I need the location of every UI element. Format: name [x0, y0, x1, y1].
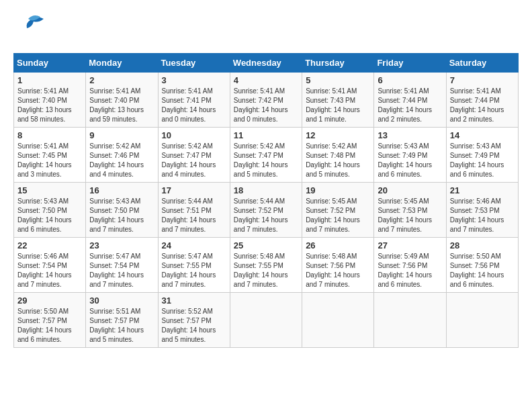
daylight-label: Daylight: 14 hours and 7 minutes. [378, 216, 432, 233]
daylight-label: Daylight: 14 hours and 7 minutes. [234, 216, 288, 233]
sunrise-label: Sunrise: 5:46 AM [450, 197, 501, 205]
daylight-label: Daylight: 14 hours and 5 minutes. [162, 326, 216, 343]
day-number: 28 [450, 240, 515, 250]
day-info: Sunrise: 5:43 AM Sunset: 7:49 PM Dayligh… [378, 142, 442, 179]
weekday-header-saturday: Saturday [446, 54, 518, 73]
sunset-label: Sunset: 7:50 PM [17, 207, 67, 214]
day-info: Sunrise: 5:42 AM Sunset: 7:48 PM Dayligh… [306, 142, 370, 179]
sunset-label: Sunset: 7:40 PM [17, 97, 67, 104]
sunrise-label: Sunrise: 5:41 AM [17, 142, 69, 150]
sunrise-label: Sunrise: 5:43 AM [89, 197, 140, 205]
day-number: 3 [162, 75, 226, 85]
day-number: 19 [306, 185, 370, 195]
sunset-label: Sunset: 7:56 PM [378, 262, 427, 269]
sunset-label: Sunset: 7:53 PM [450, 207, 500, 214]
day-number: 25 [234, 240, 298, 250]
sunrise-label: Sunrise: 5:48 AM [306, 253, 357, 260]
day-info: Sunrise: 5:50 AM Sunset: 7:56 PM Dayligh… [450, 252, 515, 289]
sunrise-label: Sunrise: 5:47 AM [162, 253, 213, 260]
daylight-label: Daylight: 14 hours and 7 minutes. [450, 216, 504, 233]
daylight-label: Daylight: 14 hours and 2 minutes. [378, 106, 432, 123]
calendar-cell: 20 Sunrise: 5:45 AM Sunset: 7:53 PM Dayl… [374, 183, 446, 238]
calendar-cell: 16 Sunrise: 5:43 AM Sunset: 7:50 PM Dayl… [86, 183, 158, 238]
daylight-label: Daylight: 14 hours and 7 minutes. [89, 216, 144, 233]
day-number: 12 [306, 130, 370, 140]
sunset-label: Sunset: 7:47 PM [234, 152, 283, 159]
sunset-label: Sunset: 7:48 PM [306, 152, 355, 159]
sunrise-label: Sunrise: 5:43 AM [450, 142, 501, 150]
calendar-cell: 30 Sunrise: 5:51 AM Sunset: 7:57 PM Dayl… [86, 293, 158, 348]
sunset-label: Sunset: 7:44 PM [378, 97, 427, 104]
calendar-cell: 9 Sunrise: 5:42 AM Sunset: 7:46 PM Dayli… [86, 128, 158, 183]
sunrise-label: Sunrise: 5:41 AM [89, 87, 140, 95]
sunrise-label: Sunrise: 5:41 AM [450, 87, 501, 95]
sunset-label: Sunset: 7:42 PM [234, 97, 283, 104]
daylight-label: Daylight: 14 hours and 5 minutes. [306, 161, 360, 178]
weekday-header-sunday: Sunday [14, 54, 86, 73]
calendar-cell: 27 Sunrise: 5:49 AM Sunset: 7:56 PM Dayl… [374, 238, 446, 293]
daylight-label: Daylight: 14 hours and 4 minutes. [162, 161, 216, 178]
calendar-week-row: 15 Sunrise: 5:43 AM Sunset: 7:50 PM Dayl… [14, 183, 519, 238]
day-number: 16 [89, 185, 154, 195]
day-number: 7 [450, 75, 515, 85]
calendar-cell: 2 Sunrise: 5:41 AM Sunset: 7:40 PM Dayli… [86, 73, 158, 128]
daylight-label: Daylight: 14 hours and 6 minutes. [17, 216, 72, 233]
day-number: 31 [162, 295, 226, 306]
day-number: 21 [450, 185, 515, 195]
sunset-label: Sunset: 7:57 PM [89, 317, 139, 324]
calendar-cell: 14 Sunrise: 5:43 AM Sunset: 7:49 PM Dayl… [446, 128, 518, 183]
day-info: Sunrise: 5:42 AM Sunset: 7:47 PM Dayligh… [162, 142, 226, 179]
calendar-cell: 13 Sunrise: 5:43 AM Sunset: 7:49 PM Dayl… [374, 128, 446, 183]
day-info: Sunrise: 5:51 AM Sunset: 7:57 PM Dayligh… [89, 307, 154, 345]
day-number: 15 [17, 185, 82, 195]
day-number: 4 [234, 75, 298, 85]
sunset-label: Sunset: 7:56 PM [306, 262, 355, 269]
calendar-cell: 12 Sunrise: 5:42 AM Sunset: 7:48 PM Dayl… [302, 128, 374, 183]
daylight-label: Daylight: 13 hours and 59 minutes. [89, 106, 144, 123]
daylight-label: Daylight: 14 hours and 7 minutes. [162, 271, 216, 288]
day-info: Sunrise: 5:44 AM Sunset: 7:52 PM Dayligh… [234, 197, 298, 234]
sunrise-label: Sunrise: 5:46 AM [17, 253, 69, 260]
day-info: Sunrise: 5:45 AM Sunset: 7:52 PM Dayligh… [306, 197, 370, 234]
sunset-label: Sunset: 7:50 PM [89, 207, 139, 214]
day-number: 10 [162, 130, 226, 140]
logo-icon [13, 13, 47, 46]
calendar-week-row: 8 Sunrise: 5:41 AM Sunset: 7:45 PM Dayli… [14, 128, 519, 183]
sunset-label: Sunset: 7:45 PM [17, 152, 67, 159]
day-number: 27 [378, 240, 442, 250]
calendar-cell: 18 Sunrise: 5:44 AM Sunset: 7:52 PM Dayl… [230, 183, 302, 238]
day-number: 8 [17, 130, 82, 140]
day-info: Sunrise: 5:48 AM Sunset: 7:56 PM Dayligh… [306, 252, 370, 289]
sunrise-label: Sunrise: 5:47 AM [89, 253, 140, 260]
sunrise-label: Sunrise: 5:44 AM [162, 197, 213, 205]
daylight-label: Daylight: 14 hours and 7 minutes. [306, 216, 360, 233]
day-number: 6 [378, 75, 442, 85]
sunrise-label: Sunrise: 5:51 AM [89, 308, 140, 315]
sunrise-label: Sunrise: 5:45 AM [378, 197, 429, 205]
day-number: 17 [162, 185, 226, 195]
day-info: Sunrise: 5:41 AM Sunset: 7:44 PM Dayligh… [450, 87, 515, 124]
calendar-cell: 29 Sunrise: 5:50 AM Sunset: 7:57 PM Dayl… [14, 293, 86, 348]
calendar-cell: 26 Sunrise: 5:48 AM Sunset: 7:56 PM Dayl… [302, 238, 374, 293]
sunrise-label: Sunrise: 5:41 AM [162, 87, 213, 95]
calendar-cell: 7 Sunrise: 5:41 AM Sunset: 7:44 PM Dayli… [446, 73, 518, 128]
daylight-label: Daylight: 14 hours and 3 minutes. [17, 161, 72, 178]
day-info: Sunrise: 5:41 AM Sunset: 7:42 PM Dayligh… [234, 87, 298, 124]
day-number: 24 [162, 240, 226, 250]
calendar-cell: 24 Sunrise: 5:47 AM Sunset: 7:55 PM Dayl… [158, 238, 230, 293]
sunset-label: Sunset: 7:49 PM [450, 152, 500, 159]
sunrise-label: Sunrise: 5:49 AM [378, 253, 429, 260]
sunset-label: Sunset: 7:54 PM [89, 262, 139, 269]
sunrise-label: Sunrise: 5:42 AM [306, 142, 357, 150]
sunset-label: Sunset: 7:51 PM [162, 207, 212, 214]
calendar-cell: 1 Sunrise: 5:41 AM Sunset: 7:40 PM Dayli… [14, 73, 86, 128]
day-info: Sunrise: 5:50 AM Sunset: 7:57 PM Dayligh… [17, 307, 82, 345]
day-info: Sunrise: 5:43 AM Sunset: 7:50 PM Dayligh… [89, 197, 154, 234]
weekday-header-tuesday: Tuesday [158, 54, 230, 73]
day-info: Sunrise: 5:43 AM Sunset: 7:49 PM Dayligh… [450, 142, 515, 179]
day-number: 5 [306, 75, 370, 85]
calendar-cell: 10 Sunrise: 5:42 AM Sunset: 7:47 PM Dayl… [158, 128, 230, 183]
day-info: Sunrise: 5:45 AM Sunset: 7:53 PM Dayligh… [378, 197, 442, 234]
calendar-cell: 3 Sunrise: 5:41 AM Sunset: 7:41 PM Dayli… [158, 73, 230, 128]
calendar-cell: 4 Sunrise: 5:41 AM Sunset: 7:42 PM Dayli… [230, 73, 302, 128]
